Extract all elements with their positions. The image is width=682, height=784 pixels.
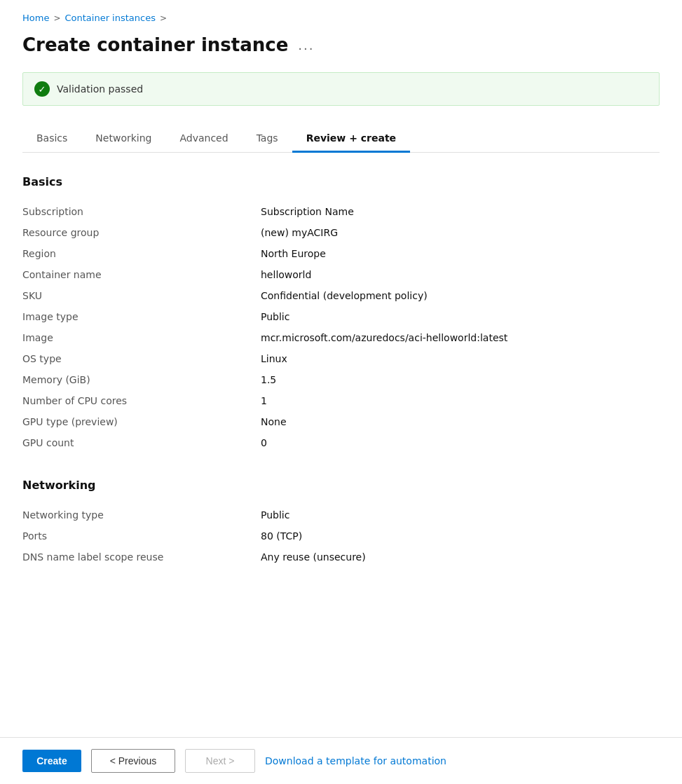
label-subscription: Subscription <box>22 206 261 217</box>
validation-check-icon: ✓ <box>34 81 50 97</box>
tab-advanced[interactable]: Advanced <box>165 125 242 153</box>
label-resource-group: Resource group <box>22 227 261 238</box>
networking-section: Networking Networking type Public Ports … <box>22 479 660 568</box>
value-os-type: Linux <box>261 353 287 364</box>
value-resource-group: (new) myACIRG <box>261 227 338 238</box>
value-image: mcr.microsoft.com/azuredocs/aci-hellowor… <box>261 332 507 343</box>
field-os-type: OS type Linux <box>22 348 660 369</box>
label-gpu-count: GPU count <box>22 437 261 448</box>
field-image: Image mcr.microsoft.com/azuredocs/aci-he… <box>22 327 660 348</box>
field-networking-type: Networking type Public <box>22 504 660 525</box>
label-memory: Memory (GiB) <box>22 374 261 385</box>
value-image-type: Public <box>261 311 289 322</box>
field-region: Region North Europe <box>22 243 660 264</box>
label-os-type: OS type <box>22 353 261 364</box>
breadcrumb-sep1: > <box>53 13 60 23</box>
value-networking-type: Public <box>261 509 289 521</box>
label-container-name: Container name <box>22 269 261 280</box>
field-dns-label-scope: DNS name label scope reuse Any reuse (un… <box>22 546 660 568</box>
value-subscription: Subscription Name <box>261 206 354 217</box>
breadcrumb: Home > Container instances > <box>22 13 660 23</box>
label-image: Image <box>22 332 261 343</box>
tab-bar: Basics Networking Advanced Tags Review +… <box>22 125 660 153</box>
label-dns-label-scope: DNS name label scope reuse <box>22 551 261 563</box>
breadcrumb-container-instances[interactable]: Container instances <box>64 13 156 23</box>
validation-banner: ✓ Validation passed <box>22 72 660 106</box>
value-gpu-type: None <box>261 416 287 427</box>
label-networking-type: Networking type <box>22 509 261 521</box>
field-cpu-cores: Number of CPU cores 1 <box>22 390 660 411</box>
value-region: North Europe <box>261 248 326 259</box>
field-resource-group: Resource group (new) myACIRG <box>22 222 660 243</box>
field-subscription: Subscription Subscription Name <box>22 201 660 222</box>
value-container-name: helloworld <box>261 269 311 280</box>
breadcrumb-home[interactable]: Home <box>22 13 49 23</box>
label-gpu-type: GPU type (preview) <box>22 416 261 427</box>
tab-tags[interactable]: Tags <box>243 125 292 153</box>
networking-section-title: Networking <box>22 479 660 492</box>
label-cpu-cores: Number of CPU cores <box>22 395 261 406</box>
tab-review-create[interactable]: Review + create <box>292 125 410 153</box>
validation-text: Validation passed <box>57 83 143 95</box>
label-region: Region <box>22 248 261 259</box>
value-memory: 1.5 <box>261 374 276 385</box>
page-title-row: Create container instance ... <box>22 34 660 55</box>
tab-networking[interactable]: Networking <box>81 125 165 153</box>
previous-button[interactable]: < Previous <box>91 749 175 773</box>
value-sku: Confidential (development policy) <box>261 290 428 301</box>
more-options-icon[interactable]: ... <box>298 38 314 53</box>
basics-section-title: Basics <box>22 175 660 188</box>
value-gpu-count: 0 <box>261 437 267 448</box>
field-image-type: Image type Public <box>22 306 660 327</box>
field-sku: SKU Confidential (development policy) <box>22 285 660 306</box>
label-ports: Ports <box>22 530 261 542</box>
download-template-link[interactable]: Download a template for automation <box>265 755 446 766</box>
next-button: Next > <box>185 749 255 773</box>
value-dns-label-scope: Any reuse (unsecure) <box>261 551 366 563</box>
footer: Create < Previous Next > Download a temp… <box>0 737 682 784</box>
field-container-name: Container name helloworld <box>22 264 660 285</box>
breadcrumb-sep2: > <box>160 13 167 23</box>
field-memory: Memory (GiB) 1.5 <box>22 369 660 390</box>
basics-section: Basics Subscription Subscription Name Re… <box>22 175 660 453</box>
create-button[interactable]: Create <box>22 750 81 772</box>
field-ports: Ports 80 (TCP) <box>22 525 660 546</box>
value-ports: 80 (TCP) <box>261 530 302 542</box>
page-title: Create container instance <box>22 34 288 55</box>
tab-basics[interactable]: Basics <box>22 125 81 153</box>
label-sku: SKU <box>22 290 261 301</box>
field-gpu-count: GPU count 0 <box>22 432 660 453</box>
label-image-type: Image type <box>22 311 261 322</box>
value-cpu-cores: 1 <box>261 395 267 406</box>
field-gpu-type: GPU type (preview) None <box>22 411 660 432</box>
